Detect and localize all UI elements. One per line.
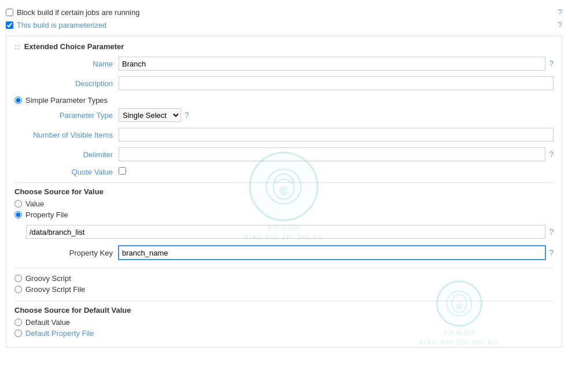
property-key-input-group: ? (119, 246, 554, 260)
param-type-help-icon[interactable]: ? (185, 110, 189, 120)
delimiter-label: Delimiter (14, 150, 119, 159)
panel-title: :: Extended Choice Parameter (14, 42, 554, 51)
name-input[interactable] (119, 57, 545, 71)
groovy-script-radio-label: Groovy Script (25, 274, 71, 283)
quote-value-input-group (119, 167, 126, 176)
property-key-input[interactable] (119, 246, 545, 260)
value-radio-row: Value (14, 198, 554, 209)
block-build-left: Block build if certain jobs are running (6, 8, 139, 17)
num-visible-input[interactable] (119, 128, 554, 142)
property-key-help-icon[interactable]: ? (549, 248, 554, 257)
description-row: Description (14, 75, 554, 91)
block-build-row: Block build if certain jobs are running … (0, 6, 568, 19)
block-build-checkbox[interactable] (6, 9, 13, 16)
param-type-row: Parameter Type Single Select Multi Selec… (14, 107, 554, 123)
delimiter-row: Delimiter ? (14, 146, 554, 162)
default-property-file-radio[interactable] (14, 330, 22, 337)
param-type-label: Parameter Type (14, 111, 119, 120)
name-label: Name (14, 60, 119, 68)
choose-default-title: Choose Source for Default Value (14, 306, 554, 315)
simple-param-label: Simple Parameter Types (25, 96, 108, 105)
quote-value-row: Quote Value (14, 166, 554, 177)
panel-dots: :: (14, 42, 21, 51)
quote-value-label: Quote Value (14, 168, 119, 176)
panel-title-text: Extended Choice Parameter (24, 42, 124, 51)
property-file-input[interactable] (26, 225, 545, 239)
default-value-radio-row: Default Value (14, 317, 554, 328)
name-input-group: ? (119, 57, 554, 71)
property-file-radio-row: Property File (14, 209, 554, 220)
groovy-script-radio[interactable] (14, 275, 22, 282)
property-file-input-group: ? (26, 225, 554, 239)
quote-value-checkbox[interactable] (119, 167, 126, 175)
property-key-row: Property Key ? (14, 245, 554, 261)
divider-2 (14, 268, 554, 268)
parameterized-row: This build is parameterized ? (0, 19, 568, 31)
description-label: Description (14, 79, 119, 88)
property-file-radio-label: Property File (25, 210, 68, 219)
name-help-icon[interactable]: ? (549, 59, 554, 68)
divider-3 (14, 301, 554, 301)
parameterized-help-icon[interactable]: ? (558, 20, 562, 29)
delimiter-help-icon[interactable]: ? (549, 150, 554, 159)
delimiter-input-group: ? (119, 147, 554, 161)
choose-source-title: Choose Source for Value (14, 187, 554, 196)
property-file-input-row: ? (26, 224, 554, 240)
parameterized-left: This build is parameterized (6, 21, 106, 29)
num-visible-row: Number of Visible Items (14, 127, 554, 143)
block-build-help-icon[interactable]: ? (558, 8, 562, 17)
default-value-radio[interactable] (14, 319, 22, 326)
extended-choice-panel: :: Extended Choice Parameter Name ? Desc… (6, 36, 562, 347)
description-input-group (119, 76, 554, 90)
param-type-input-group: Single Select Multi Select Radio Buttons… (119, 108, 554, 122)
block-build-label: Block build if certain jobs are running (17, 8, 139, 17)
value-radio-label: Value (25, 199, 44, 208)
simple-param-row: Simple Parameter Types (14, 96, 554, 105)
delimiter-input[interactable] (119, 147, 545, 161)
default-property-file-radio-row: Default Property File (14, 328, 554, 339)
default-value-radio-label: Default Value (25, 318, 70, 327)
property-file-radio[interactable] (14, 211, 22, 219)
divider-1 (14, 182, 554, 183)
parameterized-checkbox[interactable] (6, 21, 13, 29)
num-visible-input-group (119, 128, 554, 142)
groovy-script-file-radio-row: Groovy Script File (14, 284, 554, 295)
property-key-label: Property Key (14, 249, 119, 257)
property-file-help-icon[interactable]: ? (549, 227, 554, 236)
default-property-file-radio-label: Default Property File (25, 329, 94, 338)
simple-param-radio[interactable] (14, 97, 22, 104)
groovy-script-radio-row: Groovy Script (14, 273, 554, 284)
groovy-script-file-radio[interactable] (14, 286, 22, 293)
parameterized-label: This build is parameterized (17, 21, 106, 29)
groovy-script-file-radio-label: Groovy Script File (25, 285, 85, 294)
description-input[interactable] (119, 76, 554, 90)
name-row: Name ? (14, 56, 554, 72)
value-radio[interactable] (14, 200, 22, 208)
param-type-select[interactable]: Single Select Multi Select Radio Buttons… (119, 108, 181, 122)
num-visible-label: Number of Visible Items (14, 131, 119, 139)
